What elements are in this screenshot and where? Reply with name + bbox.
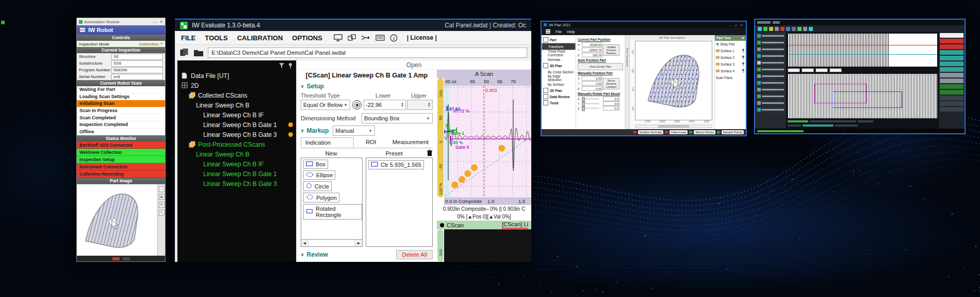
toolbar-button[interactable] [792,27,796,31]
toolbar-button[interactable] [763,27,767,31]
field-value-input[interactable]: S6 [111,54,163,60]
instrument-titlebar[interactable] [755,20,965,25]
rotate-icon[interactable]: ↻ [159,210,165,215]
sidebar-row[interactable] [756,60,785,66]
tab-measurement[interactable]: Measurement [388,137,433,148]
license-link[interactable]: | License | [407,34,437,41]
tree-item[interactable]: Linear Sweep Ch B Gate 3 [177,179,296,189]
sidebar-row[interactable] [756,107,785,113]
instrument-button[interactable] [940,101,963,106]
cscan-tab-label[interactable]: CScan [447,222,464,228]
menu-tools[interactable]: TOOLS [205,34,228,42]
bscan-view-top[interactable] [788,34,937,67]
instrument-button[interactable] [940,90,963,95]
tree-item[interactable]: Linear Sweep Ch B [177,149,296,159]
instrument-button[interactable] [940,107,963,112]
toolbar-button[interactable] [803,27,807,31]
field-value-input[interactable]: 668396 [111,67,163,73]
toolbar-button[interactable] [769,27,773,31]
tree-item[interactable]: Linear Sweep Ch B IF [177,110,296,120]
plan-menu-file[interactable]: File [556,29,562,34]
preset-roi-item[interactable]: Ctr 5.935_1.565 [368,160,424,169]
toolbar-button[interactable] [758,27,762,31]
markup-section-toggle[interactable]: ∨Markup [301,127,329,134]
sidebar-row[interactable] [756,100,785,106]
tree-item[interactable]: Linear Sweep Ch B Gate 1 [177,120,296,130]
toolbar-button[interactable] [780,27,785,31]
scroll-left-icon[interactable]: ◀ [301,241,308,245]
sidebar-row[interactable] [756,93,785,99]
hamburger-menu-icon[interactable] [80,27,85,33]
horizontal-scrollbar[interactable] [635,124,712,128]
upper-threshold-input[interactable]: ▲▼ [407,100,433,110]
record-indicator[interactable] [112,257,120,260]
cscan-tab-bar[interactable]: CScan [CScan] Li [437,221,531,229]
shape-tool-circle[interactable]: Circle [303,181,332,191]
sidebar-row[interactable] [756,73,785,79]
stop-indicator[interactable] [123,257,130,260]
form-button[interactable]: Set to Desired Location [603,78,619,89]
shape-tool-rotated-rectangle[interactable]: Rotated Rectangle [303,204,362,220]
status-indicator-dot[interactable] [689,131,692,134]
trash-icon[interactable] [427,150,433,157]
filter-icon[interactable] [279,62,285,69]
status-indicator-dot[interactable] [665,131,668,134]
instrument-button[interactable] [940,61,963,66]
menu-calibration[interactable]: CALIBRATION [237,34,283,42]
sidebar-row[interactable] [756,33,785,39]
status-indicator-dot[interactable] [717,131,720,134]
tab-roi[interactable]: ROI [354,137,388,148]
rotate-value-input[interactable]: 0.0 [603,101,619,106]
field-value-input[interactable]: SS6 [111,60,163,67]
scroll-right-icon[interactable]: ▶ [355,241,362,245]
plan-nav-part[interactable]: Part [542,37,576,43]
dimensioning-method-select[interactable]: Bounding Box▼ [362,113,433,123]
automation-titlebar[interactable]: Automation Module —✕ [77,18,165,25]
pin-icon[interactable] [742,49,745,53]
axis-value-input[interactable]: 0.00 [582,81,602,86]
menu-options[interactable]: OPTIONS [292,34,322,42]
part-tree-item[interactable]: Surface 2 [715,54,746,61]
bscan-view-bottom[interactable] [788,74,937,118]
tree-item[interactable]: Post-Processed CScans [177,139,296,149]
merge-arrow-icon[interactable] [361,35,370,41]
status-toggle-pill[interactable]: Index Lines [669,130,688,134]
sidebar-row[interactable] [756,80,785,86]
pin-icon[interactable] [742,55,745,60]
simulation-canvas[interactable]: -800-850-900-950 [635,41,712,120]
axis-value-input[interactable]: 0.00 [582,76,602,81]
folder-icon[interactable] [193,49,204,57]
toolbar-button[interactable] [797,27,802,31]
inspection-mode-value[interactable]: Collection [139,42,159,46]
zoom-icon[interactable]: ⌕ [159,186,165,192]
plan-nav-tools[interactable]: Tools [542,100,576,106]
form-button[interactable]: Update Current Position [603,44,619,56]
menu-file[interactable]: FILE [181,34,195,42]
part-tree-item[interactable]: ⚙Stray Part [715,41,746,48]
pin-icon[interactable] [742,62,745,67]
status-toggle-pill[interactable]: Motion Points [694,130,715,134]
keyboard-icon[interactable] [375,35,385,41]
status-toggle-pill[interactable]: Surface Normals [638,130,663,134]
monitor-icon[interactable] [334,34,342,41]
plugin-icon[interactable] [348,34,356,41]
minimize-icon[interactable]: — [153,20,157,24]
cscan-image[interactable] [444,229,531,262]
instrument-button[interactable] [940,56,963,60]
plan-nav-by-surface[interactable]: By Surface [542,81,576,87]
ascan-plot[interactable]: 0.90367.6247.72 %Gate 10.30 %Gate 3 [444,86,531,197]
axis-value-input[interactable]: 0.00 [582,86,602,91]
rotate-value-input[interactable]: 0.0 [603,97,619,101]
markup-mode-select[interactable]: Manual▼ [333,126,375,136]
plan-nav-normals[interactable]: Normals [542,56,576,62]
axis-value-input[interactable]: -10542.76 [582,48,602,52]
rotate-slider[interactable] [582,103,599,104]
status-indicator-dot[interactable] [633,131,636,134]
shape-tool-polygon[interactable]: Polygon [303,193,339,202]
plan-nav-data-review[interactable]: Data Review [542,93,576,100]
part-tree-item[interactable]: Surface 1 [715,48,746,54]
plan-menu-help[interactable]: Help [567,29,575,34]
threshold-target-icon[interactable] [352,100,362,110]
part-tree-item[interactable]: Surface 3 [715,61,746,68]
shape-tool-ellipse[interactable]: Ellipse [303,170,335,180]
